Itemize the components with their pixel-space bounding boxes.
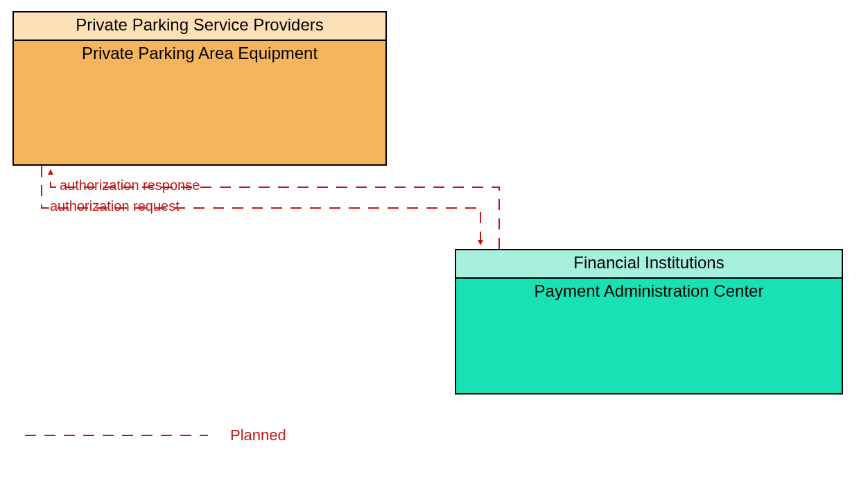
node-private-parking-label: Private Parking Area Equipment: [14, 41, 385, 64]
node-private-parking: Private Parking Service Providers Privat…: [12, 11, 387, 166]
diagram-canvas: Private Parking Service Providers Privat…: [0, 0, 868, 477]
node-payment-admin-label: Payment Administration Center: [456, 279, 842, 302]
flow-authorization-response-label: authorization response: [60, 177, 200, 193]
flow-authorization-request-label: authorization request: [50, 198, 180, 214]
node-payment-admin: Financial Institutions Payment Administr…: [455, 249, 843, 394]
node-private-parking-owner: Private Parking Service Providers: [14, 12, 385, 41]
node-payment-admin-owner: Financial Institutions: [456, 250, 842, 279]
legend-planned-label: Planned: [230, 426, 286, 444]
